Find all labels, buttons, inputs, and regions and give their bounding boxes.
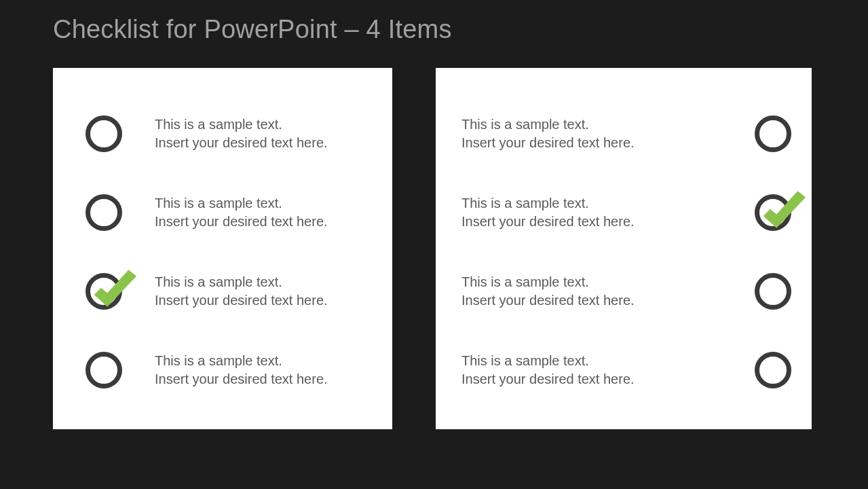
list-item: This is a sample text. Insert your desir…	[436, 96, 812, 171]
circle-icon	[86, 115, 122, 152]
item-line1: This is a sample text.	[155, 353, 282, 368]
list-item: This is a sample text. Insert your desir…	[436, 333, 812, 408]
item-text: This is a sample text. Insert your desir…	[461, 194, 734, 231]
list-item: This is a sample text. Insert your desir…	[436, 254, 812, 329]
list-item: This is a sample text. Insert your desir…	[436, 175, 812, 250]
slide-title: Checklist for PowerPoint – 4 Items	[53, 15, 452, 44]
item-text: This is a sample text. Insert your desir…	[155, 115, 392, 152]
item-text: This is a sample text. Insert your desir…	[461, 273, 734, 310]
item-line2: Insert your desired text here.	[461, 214, 635, 229]
list-item: This is a sample text. Insert your desir…	[53, 254, 392, 329]
item-line2: Insert your desired text here.	[461, 372, 635, 386]
list-item: This is a sample text. Insert your desir…	[53, 175, 392, 250]
checkmark-icon	[86, 266, 139, 319]
list-item: This is a sample text. Insert your desir…	[53, 96, 392, 171]
item-line2: Insert your desired text here.	[155, 135, 328, 150]
checkmark-icon	[755, 187, 808, 240]
item-line1: This is a sample text.	[461, 196, 589, 211]
item-text: This is a sample text. Insert your desir…	[155, 273, 392, 310]
item-line1: This is a sample text.	[155, 196, 282, 211]
circle-icon	[755, 115, 791, 152]
item-line1: This is a sample text.	[155, 274, 282, 289]
item-line1: This is a sample text.	[461, 353, 589, 368]
circle-icon	[755, 352, 791, 388]
item-line2: Insert your desired text here.	[461, 293, 635, 308]
item-text: This is a sample text. Insert your desir…	[155, 194, 392, 231]
circle-icon	[755, 273, 791, 310]
circle-icon	[86, 273, 122, 310]
item-text: This is a sample text. Insert your desir…	[461, 115, 734, 152]
item-line2: Insert your desired text here.	[155, 372, 328, 386]
item-line1: This is a sample text.	[461, 117, 589, 132]
item-line2: Insert your desired text here.	[155, 293, 328, 308]
item-text: This is a sample text. Insert your desir…	[155, 352, 392, 388]
circle-icon	[86, 352, 122, 388]
circle-icon	[86, 194, 122, 231]
circle-icon	[755, 194, 791, 231]
item-line2: Insert your desired text here.	[461, 135, 635, 150]
checklist-panel-left: This is a sample text. Insert your desir…	[53, 68, 392, 429]
item-text: This is a sample text. Insert your desir…	[461, 352, 734, 388]
item-line2: Insert your desired text here.	[155, 214, 328, 229]
item-line1: This is a sample text.	[155, 117, 282, 132]
item-line1: This is a sample text.	[461, 274, 589, 289]
checklist-panel-right: This is a sample text. Insert your desir…	[436, 68, 812, 429]
list-item: This is a sample text. Insert your desir…	[53, 333, 392, 408]
